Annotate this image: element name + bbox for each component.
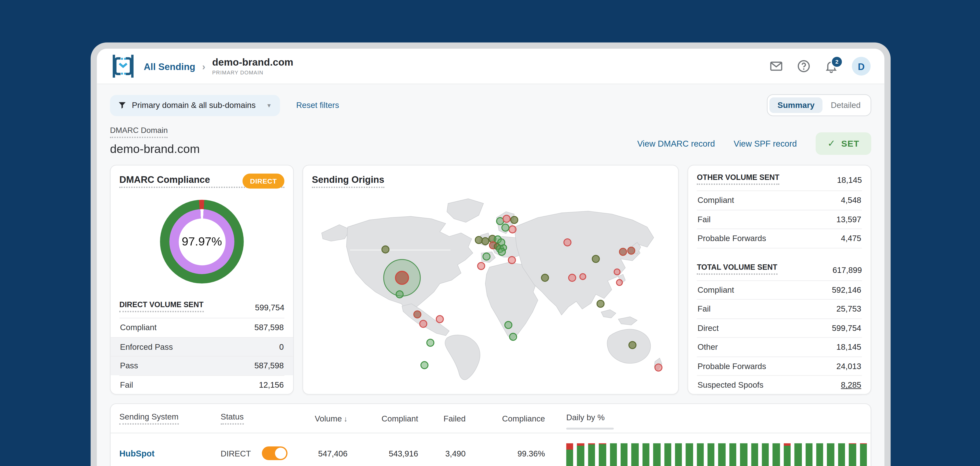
chevron-down-icon: ▼ (266, 102, 272, 108)
sending-system-link[interactable]: HubSpot (119, 449, 154, 458)
header-actions: 2 D (769, 57, 870, 76)
domain-filter-dropdown[interactable]: Primary domain & all sub-domains ▼ (110, 95, 280, 116)
origin-dot-finland[interactable] (511, 216, 518, 223)
notifications-bell-icon[interactable]: 2 (824, 59, 838, 73)
compliant-value: 543,916 (347, 449, 418, 458)
origin-dot-singapore[interactable] (597, 300, 604, 307)
col-daily-by-pct[interactable]: Daily by % (566, 413, 605, 422)
origin-dot-south-africa-north[interactable] (505, 321, 512, 328)
origin-dot-australia[interactable] (629, 342, 636, 349)
origin-dot-bangladesh[interactable] (580, 274, 586, 279)
origin-dot-sweden[interactable] (503, 215, 510, 222)
tab-detailed[interactable]: Detailed (823, 97, 869, 113)
table-row: HubSpot DIRECT 547,406 543,916 3,490 99.… (111, 433, 871, 466)
total-volume-value: 617,899 (832, 265, 862, 274)
daily-chart-scrollbar[interactable] (566, 428, 614, 430)
origin-dot-kazakhstan[interactable] (564, 239, 571, 246)
origin-dot-india[interactable] (569, 274, 576, 281)
daily-bar (664, 443, 671, 466)
other-volume-value: 18,145 (837, 176, 862, 185)
col-compliance[interactable]: Compliance (466, 414, 545, 423)
daily-bar (610, 443, 617, 466)
dmarcian-logo (111, 54, 136, 79)
origin-dot-uae[interactable] (541, 274, 549, 281)
status-badge: DIRECT (221, 449, 251, 458)
origin-dot-morocco[interactable] (477, 262, 485, 269)
origin-dot-taiwan[interactable] (614, 269, 620, 275)
origin-dot-philippines[interactable] (616, 279, 622, 285)
avatar[interactable]: D (852, 57, 871, 76)
origin-dot-japan[interactable] (628, 247, 635, 254)
world-map-svg (312, 190, 669, 385)
row-value: 18,145 (837, 342, 861, 352)
help-icon[interactable] (797, 59, 811, 73)
daily-bar (697, 443, 704, 466)
daily-bar (675, 443, 682, 466)
origin-dot-ireland[interactable] (475, 236, 482, 244)
origin-dot-peru[interactable] (420, 320, 427, 328)
origin-dot-baltics[interactable] (509, 226, 516, 233)
sort-desc-icon: ↓ (344, 414, 347, 423)
daily-bar (686, 443, 693, 466)
origin-dot-uk[interactable] (482, 238, 489, 245)
daily-bar (751, 443, 758, 466)
tab-summary[interactable]: Summary (769, 97, 822, 113)
row-value: 587,598 (254, 323, 284, 332)
view-spf-record-link[interactable]: View SPF record (734, 139, 797, 148)
sending-systems-table: Sending System Status Volume↓ Compliant … (110, 403, 871, 466)
origin-dot-norway[interactable] (496, 217, 504, 225)
row-value: 587,598 (254, 361, 284, 370)
daily-bar (762, 443, 769, 466)
domain-actions: View DMARC record View SPF record ✓ SET (637, 132, 871, 156)
origin-dot-ecuador[interactable] (414, 311, 421, 318)
origin-dot-brazil[interactable] (436, 315, 444, 323)
origin-dot-us-center[interactable] (395, 271, 409, 284)
total-volume-table: TOTAL VOLUME SENT 617,899 Compliant 592,… (697, 256, 862, 395)
origin-dot-argentina[interactable] (427, 339, 434, 346)
dmarc-set-button[interactable]: ✓ SET (816, 132, 871, 155)
origin-dot-chile-south[interactable] (421, 362, 428, 369)
row-label: Compliant (697, 285, 734, 295)
check-icon: ✓ (827, 138, 836, 149)
breadcrumb-domain-subtitle: PRIMARY DOMAIN (212, 70, 293, 76)
origin-dot-china[interactable] (592, 255, 599, 262)
breadcrumb-all-sending[interactable]: All Sending (144, 61, 195, 71)
domain-heading: DMARC Domain demo-brand.com (110, 124, 200, 156)
suspected-spoofs-link[interactable]: 8,285 (841, 380, 861, 390)
direct-badge: DIRECT (243, 174, 285, 189)
row-value: 599,754 (832, 323, 861, 333)
origin-dot-italy-north[interactable] (498, 248, 506, 255)
daily-bar (794, 443, 802, 466)
origin-dot-spain[interactable] (483, 253, 490, 260)
col-sending-system[interactable]: Sending System (119, 412, 178, 425)
other-volume-table: OTHER VOLUME SENT 18,145 Compliant 4,548… (697, 167, 862, 248)
origin-dot-canada[interactable] (382, 246, 389, 253)
system-toggle[interactable] (262, 446, 288, 460)
daily-bar (838, 443, 845, 466)
col-volume[interactable]: Volume↓ (301, 414, 347, 423)
table-row: Compliant 4,548 (697, 190, 862, 209)
mail-icon[interactable] (769, 59, 783, 73)
daily-bar (653, 443, 660, 466)
origin-dot-new-zealand[interactable] (655, 364, 662, 371)
daily-bar (773, 443, 780, 466)
compliance-value: 99.36% (466, 449, 545, 458)
app-body: Primary domain & all sub-domains ▼ Reset… (97, 84, 884, 466)
reset-filters-link[interactable]: Reset filters (296, 101, 339, 110)
view-dmarc-record-link[interactable]: View DMARC record (637, 139, 715, 148)
daily-bar (620, 443, 628, 466)
row-label: Compliant (697, 195, 734, 205)
origin-dot-mexico[interactable] (396, 291, 403, 298)
domain-section: DMARC Domain demo-brand.com View DMARC r… (110, 124, 871, 156)
col-compliant[interactable]: Compliant (347, 414, 418, 423)
col-status[interactable]: Status (221, 412, 244, 425)
table-row: Probable Forwards 4,475 (697, 228, 862, 248)
row-value: 12,156 (259, 380, 284, 389)
origin-dot-korea[interactable] (619, 248, 627, 255)
origin-dot-greece[interactable] (508, 257, 515, 263)
daily-bar (577, 443, 584, 466)
col-failed[interactable]: Failed (418, 414, 466, 423)
origin-dot-south-africa[interactable] (510, 333, 517, 341)
origin-dot-sweden-south[interactable] (502, 224, 509, 231)
table-row: Pass 587,598 (111, 356, 293, 375)
